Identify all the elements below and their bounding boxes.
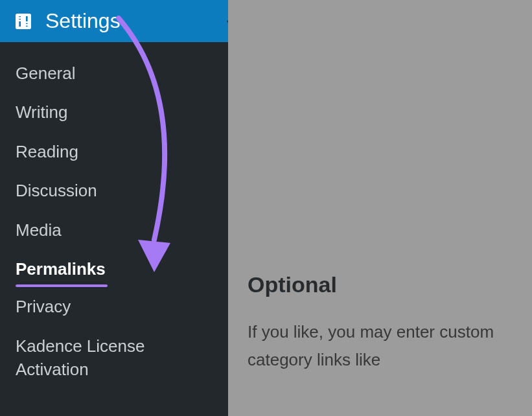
sidebar-item-discussion[interactable]: Discussion [0, 171, 228, 210]
sidebar-item-permalinks[interactable]: Permalinks [0, 249, 228, 288]
sliders-icon [13, 11, 34, 32]
sidebar-header-title: Settings [45, 9, 121, 33]
sidebar-item-media[interactable]: Media [0, 211, 228, 249]
svg-rect-3 [18, 17, 21, 20]
sidebar-item-writing[interactable]: Writing [0, 93, 228, 132]
sidebar-item-label: Reading [16, 142, 78, 161]
sidebar-menu: General Writing Reading Discussion Media… [0, 42, 228, 401]
sidebar-item-reading[interactable]: Reading [0, 132, 228, 171]
dim-overlay [228, 0, 532, 416]
sidebar-item-general[interactable]: General [0, 54, 228, 93]
sidebar-item-label: Kadence License Activation [16, 336, 145, 379]
sidebar-item-label: Writing [16, 102, 67, 122]
sidebar-item-privacy[interactable]: Privacy [0, 287, 228, 326]
sidebar-header[interactable]: Settings [0, 0, 228, 42]
sidebar-item-kadence-license[interactable]: Kadence License Activation [0, 327, 228, 389]
main-content: Optional If you like, you may enter cust… [228, 0, 532, 416]
sidebar-item-label: Privacy [16, 297, 71, 316]
sidebar-item-label: Discussion [16, 181, 97, 200]
app-container: Settings General Writing Reading Discuss… [0, 0, 532, 416]
svg-rect-4 [25, 22, 29, 25]
sidebar-item-label: Permalinks [16, 259, 106, 279]
sidebar-item-label: Media [16, 220, 62, 240]
settings-sidebar: Settings General Writing Reading Discuss… [0, 0, 228, 416]
sidebar-item-label: General [16, 64, 76, 83]
